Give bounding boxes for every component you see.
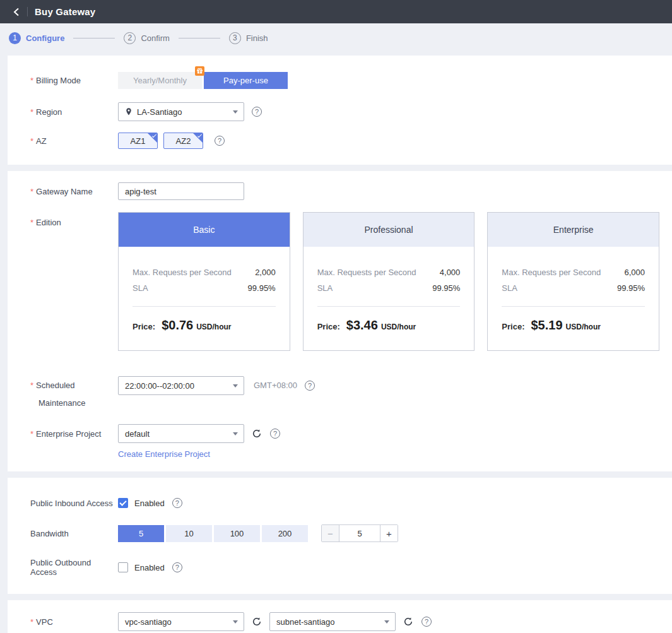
scheduled-maintenance-select[interactable]: 22:00:00--02:00:00 [118, 376, 244, 395]
subnet-select[interactable]: subnet-santiago [269, 612, 396, 631]
chevron-down-icon [233, 384, 238, 387]
gateway-name-input[interactable] [118, 182, 244, 200]
billing-yearly-monthly-label: Yearly/Monthly [133, 76, 187, 85]
bandwidth-option-10[interactable]: 10 [166, 525, 212, 542]
public-outbound-row: Public Outbound Access Enabled ? [8, 558, 672, 577]
bandwidth-stepper: − + [321, 524, 398, 542]
bandwidth-increase-button[interactable]: + [380, 525, 398, 541]
required-marker: * [30, 136, 33, 146]
region-select[interactable]: LA-Santiago [118, 102, 244, 121]
create-enterprise-project-row: Create Enterprise Project [118, 449, 672, 459]
edition-label: *Edition [8, 212, 118, 227]
subnet-refresh-button[interactable] [403, 616, 414, 627]
vpc-help-icon[interactable]: ? [421, 617, 432, 627]
az2-chip[interactable]: AZ2 [163, 133, 203, 149]
network-access-card: Public Inbound Access Enabled ? Bandwidt… [8, 478, 672, 594]
enterprise-project-help-icon[interactable]: ? [270, 429, 280, 439]
spec-row: Max. Requests per Second 4,000 [317, 268, 461, 277]
step-2-circle: 2 [124, 32, 136, 44]
step-confirm: 2 Confirm [124, 32, 170, 44]
bandwidth-option-200[interactable]: 200 [262, 525, 308, 542]
gateway-settings-card: *Gateway Name *Edition Basic Max. Reques… [8, 171, 672, 471]
edition-card-professional[interactable]: Professional Max. Requests per Second 4,… [303, 212, 475, 351]
page-header: Buy Gateway [0, 0, 672, 23]
vpc-refresh-button[interactable] [251, 616, 262, 627]
vpc-select[interactable]: vpc-santiago [118, 612, 244, 631]
step-indicator: 1 Configure 2 Confirm 3 Finish [0, 23, 672, 52]
refresh-icon [252, 617, 262, 627]
back-button[interactable] [10, 6, 23, 18]
required-marker: * [30, 617, 33, 627]
public-inbound-label: Public Inbound Access [8, 499, 118, 508]
enterprise-project-value: default [125, 429, 150, 439]
bandwidth-option-100[interactable]: 100 [214, 525, 260, 542]
az-help-icon[interactable]: ? [215, 136, 225, 146]
chevron-down-icon [233, 620, 238, 624]
edition-basic-title: Basic [119, 213, 290, 247]
step-3-label: Finish [246, 33, 268, 43]
edition-card-enterprise[interactable]: Enterprise Max. Requests per Second 6,00… [487, 212, 659, 351]
refresh-icon [252, 429, 262, 439]
bandwidth-option-5[interactable]: 5 [118, 525, 164, 542]
region-help-icon[interactable]: ? [252, 107, 262, 117]
edition-professional-title: Professional [304, 213, 475, 247]
header-divider [27, 7, 28, 16]
region-row: *Region LA-Santiago ? [8, 102, 672, 121]
subnet-select-value: subnet-santiago [276, 617, 335, 627]
billing-yearly-monthly-button[interactable]: Yearly/Monthly [118, 72, 202, 89]
divider [133, 306, 276, 307]
gateway-name-row: *Gateway Name [8, 182, 672, 200]
edition-card-basic[interactable]: Basic Max. Requests per Second 2,000 SLA… [118, 212, 290, 351]
create-enterprise-project-link[interactable]: Create Enterprise Project [118, 449, 210, 459]
enterprise-project-refresh-button[interactable] [251, 428, 262, 439]
az-row: *AZ AZ1 AZ2 ? [8, 133, 672, 149]
price-row: Price: $3.46 USD/hour [317, 318, 461, 333]
step-finish: 3 Finish [229, 32, 268, 44]
public-outbound-enabled-label: Enabled [134, 563, 165, 572]
sla-label: SLA [133, 283, 148, 293]
gateway-name-label: *Gateway Name [8, 187, 118, 196]
max-requests-label: Max. Requests per Second [133, 268, 232, 277]
step-connector [73, 38, 115, 38]
az1-chip[interactable]: AZ1 [118, 133, 158, 149]
bandwidth-decrease-button[interactable]: − [322, 525, 339, 541]
step-configure: 1 Configure [9, 32, 64, 44]
sla-label: SLA [317, 283, 333, 293]
sla-value: 99.95% [617, 283, 645, 293]
price-label: Price: [317, 322, 340, 331]
chevron-down-icon [233, 432, 238, 435]
required-marker: * [30, 107, 33, 117]
chevron-left-icon [13, 8, 20, 16]
required-marker: * [30, 218, 33, 227]
edition-professional-body: Max. Requests per Second 4,000 SLA 99.95… [304, 268, 475, 333]
required-marker: * [30, 429, 33, 439]
price-label: Price: [133, 322, 155, 331]
bandwidth-value-input[interactable] [339, 525, 380, 541]
price-value: $3.46 [346, 318, 378, 333]
required-marker: * [30, 76, 33, 85]
enterprise-project-select[interactable]: default [118, 424, 244, 443]
spec-row: SLA 99.95% [133, 283, 276, 293]
max-requests-value: 6,000 [624, 268, 645, 277]
price-unit: USD/hour [196, 322, 231, 331]
map-pin-icon [125, 107, 133, 116]
step-2-label: Confirm [141, 33, 170, 43]
public-inbound-checkbox[interactable] [118, 498, 128, 508]
billing-mode-label: *Billing Mode [8, 76, 118, 85]
max-requests-value: 4,000 [440, 268, 461, 277]
bandwidth-row: Bandwidth 5 10 100 200 − + [8, 524, 672, 542]
public-outbound-label: Public Outbound Access [8, 558, 118, 577]
public-inbound-help-icon[interactable]: ? [172, 498, 182, 508]
billing-pay-per-use-button[interactable]: Pay-per-use [204, 72, 288, 89]
scheduled-maintenance-help-icon[interactable]: ? [305, 381, 315, 391]
max-requests-label: Max. Requests per Second [317, 268, 416, 277]
enterprise-project-label: *Enterprise Project [8, 429, 118, 439]
refresh-icon [403, 617, 413, 627]
public-inbound-enabled-label: Enabled [134, 499, 165, 508]
public-outbound-checkbox[interactable] [118, 562, 128, 572]
billing-mode-row: *Billing Mode Yearly/Monthly Pay-per-use [8, 72, 672, 89]
spec-row: SLA 99.95% [502, 283, 645, 293]
required-marker: * [30, 381, 33, 390]
public-outbound-help-icon[interactable]: ? [172, 562, 182, 572]
edition-enterprise-title: Enterprise [488, 213, 659, 247]
